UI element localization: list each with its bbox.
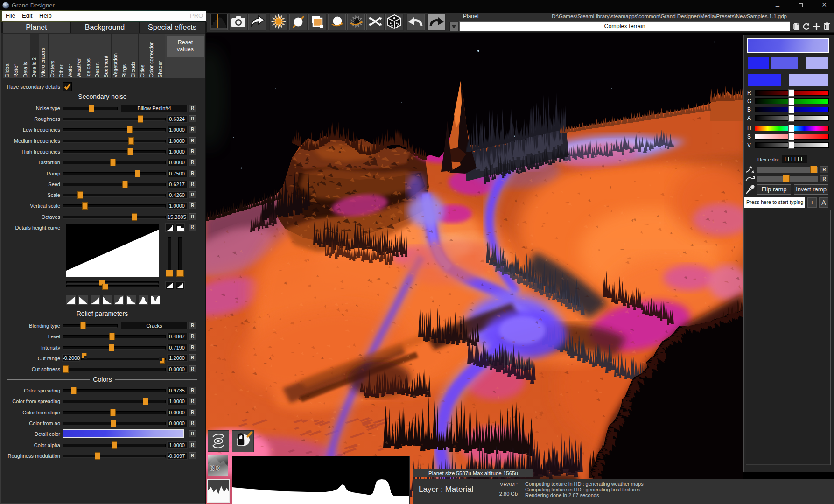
svg-text:3D: 3D — [210, 464, 220, 473]
